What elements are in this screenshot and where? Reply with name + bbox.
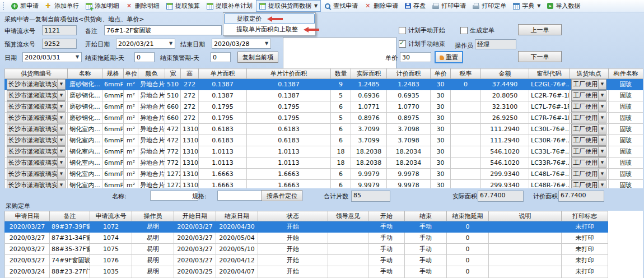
cell[interactable]: 18 bbox=[331, 146, 351, 157]
cell[interactable]: 钢化室内... bbox=[68, 124, 102, 135]
cell[interactable]: LC30L-76#... bbox=[529, 124, 570, 135]
cell[interactable]: 2020/04/12 bbox=[216, 255, 258, 266]
cell[interactable]: 未打印 bbox=[562, 221, 608, 233]
chevron-down-icon[interactable]: ▼ bbox=[57, 113, 65, 123]
cell[interactable]: 660 bbox=[165, 113, 181, 124]
cell[interactable]: 1.6663 bbox=[199, 169, 247, 180]
column-header[interactable]: 备注 bbox=[50, 211, 90, 221]
cell[interactable]: 6 bbox=[331, 180, 351, 189]
cell[interactable]: 工厂使用▼ bbox=[570, 90, 609, 101]
cell[interactable]: 30 bbox=[431, 79, 451, 90]
cell[interactable]: 手动 bbox=[405, 266, 447, 277]
cell[interactable]: 6mmPLE... bbox=[102, 169, 124, 180]
cell[interactable]: 37.4490 bbox=[481, 79, 529, 90]
checkbox-box[interactable] bbox=[460, 27, 468, 34]
cell[interactable]: m² bbox=[124, 124, 138, 135]
new-request-button[interactable]: 新申请 bbox=[8, 0, 42, 12]
chevron-down-icon[interactable]: ▼ bbox=[314, 3, 318, 8]
cell[interactable]: 长沙市潇湘玻璃实...▼ bbox=[5, 146, 68, 157]
cell[interactable]: 6mmPLE... bbox=[102, 146, 124, 157]
column-header[interactable]: 结束拖延期 bbox=[447, 211, 489, 221]
cell[interactable]: 0 bbox=[447, 255, 489, 266]
cell[interactable]: LC48L-76#... bbox=[529, 169, 570, 180]
cell-combo[interactable]: 工厂使用▼ bbox=[571, 135, 606, 146]
cell[interactable]: 2020/03/27 bbox=[174, 244, 216, 255]
column-header[interactable]: 供货商编号 bbox=[5, 69, 68, 79]
column-header[interactable]: 领导意见 bbox=[328, 211, 368, 221]
cell[interactable]: 磨砂钢化... bbox=[68, 113, 102, 124]
cell[interactable]: 0 bbox=[451, 79, 481, 90]
cell[interactable]: 2020/03/27 bbox=[5, 255, 50, 266]
cell[interactable] bbox=[328, 244, 368, 255]
cell[interactable]: 长沙市潇湘玻璃实...▼ bbox=[5, 135, 68, 146]
extract-budget-button[interactable]: 提取预算 bbox=[163, 0, 203, 12]
cell-combo[interactable]: 长沙市潇湘玻璃实...▼ bbox=[7, 90, 66, 101]
date-picker[interactable] bbox=[22, 52, 82, 62]
cell[interactable]: 手动 bbox=[405, 221, 447, 233]
budget-serial-input[interactable] bbox=[42, 39, 77, 49]
column-header[interactable]: 高 bbox=[181, 69, 199, 79]
chevron-down-icon[interactable]: ▼ bbox=[57, 91, 65, 100]
cell[interactable]: m² bbox=[124, 146, 138, 157]
cell[interactable]: 手动 bbox=[405, 255, 447, 266]
print-request-button[interactable]: 打印申请 bbox=[429, 0, 469, 12]
cell[interactable]: 6mmPLE... bbox=[102, 124, 124, 135]
cell[interactable]: 3.7099 bbox=[351, 135, 387, 146]
cell[interactable]: 9 bbox=[331, 79, 351, 90]
start-date-picker[interactable] bbox=[116, 39, 175, 49]
cell-combo[interactable]: 长沙市潇湘玻璃实...▼ bbox=[7, 180, 66, 188]
table-row[interactable]: 长沙市潇湘玻璃实...▼钢化室内...6mmPLE...m²异地合片772131… bbox=[5, 157, 643, 169]
cell[interactable]: 6mmPLE... bbox=[102, 101, 124, 113]
cell-combo[interactable]: 工厂使用▼ bbox=[571, 101, 606, 112]
cell[interactable]: 未打印 bbox=[562, 255, 608, 266]
table-row[interactable]: 长沙市潇湘玻璃实...▼钢化室内...6mmPLE...m²异地合片127213… bbox=[5, 169, 643, 180]
cell[interactable]: 88#23-27F门顶玻 bbox=[50, 266, 90, 277]
cell[interactable]: 异地合片 bbox=[138, 101, 165, 113]
cell[interactable] bbox=[489, 266, 562, 277]
cell[interactable]: 88#35-37F窗固玻 bbox=[50, 244, 90, 255]
cell[interactable]: 30 bbox=[431, 157, 451, 169]
table-row[interactable]: 长沙市潇湘玻璃实...▼钢化室内...6mmPLE...m²异地合片472131… bbox=[5, 135, 643, 146]
cell[interactable]: 长沙市潇湘玻璃实...▼ bbox=[5, 180, 68, 189]
cell[interactable] bbox=[451, 101, 481, 113]
cell[interactable]: 111.2940 bbox=[481, 124, 529, 135]
cell[interactable] bbox=[489, 255, 562, 266]
cell[interactable]: 长沙市潇湘玻璃实...▼ bbox=[5, 90, 68, 101]
cell[interactable]: 1.2485 bbox=[351, 79, 387, 90]
chevron-down-icon[interactable]: ▼ bbox=[598, 180, 606, 188]
cell[interactable]: m² bbox=[124, 157, 138, 169]
column-header[interactable]: 申请流水号 bbox=[90, 211, 132, 221]
cell[interactable]: 异地合片 bbox=[138, 180, 165, 189]
cell[interactable]: 0.1387 bbox=[247, 79, 331, 90]
locate-by-condition-button[interactable]: 按条件定位 bbox=[262, 190, 302, 201]
cell[interactable]: 未打印 bbox=[562, 233, 608, 244]
cell[interactable]: 30 bbox=[431, 180, 451, 189]
cell[interactable]: 开始 bbox=[258, 233, 328, 244]
add-detail-button[interactable]: 添加明细 bbox=[82, 0, 123, 12]
cell[interactable]: 1076 bbox=[90, 255, 132, 266]
cell[interactable]: 工厂使用▼ bbox=[570, 180, 609, 189]
cell-combo[interactable]: 长沙市潇湘玻璃实...▼ bbox=[7, 101, 66, 112]
note-input[interactable] bbox=[104, 25, 222, 35]
cell[interactable]: 手动 bbox=[368, 244, 405, 255]
cell[interactable]: 472 bbox=[165, 124, 181, 135]
serial-input[interactable] bbox=[42, 25, 77, 35]
cell[interactable]: 18.2038 bbox=[351, 157, 387, 169]
cell[interactable]: 未打印 bbox=[562, 244, 608, 255]
chevron-down-icon[interactable]: ▼ bbox=[598, 80, 606, 89]
cell[interactable]: 钢化室内... bbox=[68, 146, 102, 157]
column-header[interactable]: 送货地点 bbox=[570, 69, 609, 79]
cell[interactable]: 手动 bbox=[405, 244, 447, 255]
cell[interactable]: 0 bbox=[447, 266, 489, 277]
cell[interactable] bbox=[451, 146, 481, 157]
column-header[interactable]: 窗型代码 bbox=[529, 69, 570, 79]
cell[interactable]: 工厂使用▼ bbox=[570, 124, 609, 135]
cell-combo[interactable]: 长沙市潇湘玻璃实...▼ bbox=[7, 157, 66, 168]
column-header[interactable]: 单位 bbox=[124, 69, 138, 79]
cell[interactable]: LC7L-76#-1FO bbox=[529, 101, 570, 113]
cell[interactable]: 30 bbox=[431, 101, 451, 113]
table-row[interactable]: 长沙市潇湘玻璃实...▼钢化室内...6mmPLE...m²异地合片127213… bbox=[5, 180, 643, 189]
chevron-down-icon[interactable]: ▼ bbox=[598, 124, 606, 134]
cell[interactable]: 固玻 bbox=[609, 169, 643, 180]
cell[interactable]: 异地合片 bbox=[138, 90, 165, 101]
